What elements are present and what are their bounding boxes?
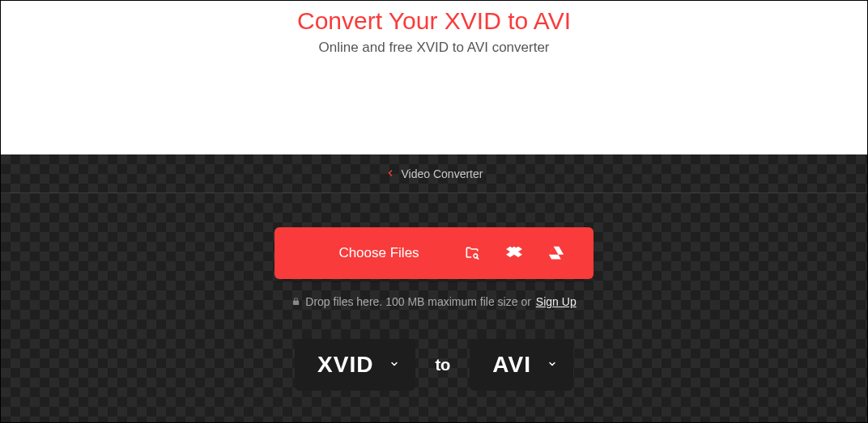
format-to-label: AVI	[492, 352, 531, 378]
converter-section: Video Converter Choose Files Drop files	[1, 154, 867, 423]
drop-hint: Drop files here. 100 MB maximum file siz…	[291, 295, 576, 308]
signup-link[interactable]: Sign Up	[536, 295, 577, 308]
chevron-left-icon	[385, 167, 395, 180]
page-subtitle: Online and free XVID to AVI converter	[1, 40, 867, 56]
drop-hint-text: Drop files here. 100 MB maximum file siz…	[305, 295, 531, 308]
choose-files-button[interactable]: Choose Files	[274, 227, 594, 279]
format-from-label: XVID	[317, 352, 373, 378]
choose-files-label: Choose Files	[274, 245, 464, 261]
page-title: Convert Your XVID to AVI	[1, 7, 867, 35]
dropbox-icon[interactable]	[506, 245, 522, 261]
lock-icon	[291, 295, 300, 308]
google-drive-icon[interactable]	[548, 245, 564, 261]
format-from-button[interactable]: XVID	[295, 339, 415, 391]
header-section: Convert Your XVID to AVI Online and free…	[1, 1, 867, 154]
upload-area: Choose Files Drop files here. 100 MB max…	[1, 193, 867, 391]
format-to-button[interactable]: AVI	[470, 339, 573, 391]
to-label: to	[435, 356, 450, 374]
breadcrumb[interactable]: Video Converter	[1, 154, 867, 193]
chevron-down-icon	[389, 359, 399, 371]
breadcrumb-label: Video Converter	[402, 167, 483, 180]
upload-source-icons	[464, 245, 594, 261]
format-row: XVID to AVI	[295, 339, 573, 391]
chevron-down-icon	[547, 359, 557, 371]
folder-search-icon[interactable]	[464, 245, 480, 261]
